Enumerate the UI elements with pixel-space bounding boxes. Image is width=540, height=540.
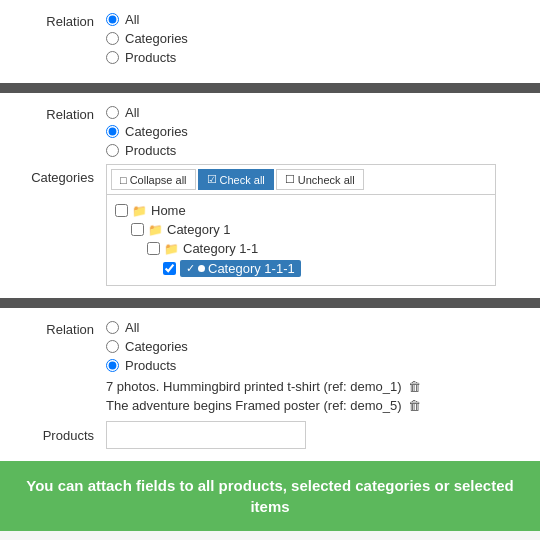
relation-option-all-1[interactable]: All bbox=[106, 12, 188, 27]
relation-radio-all-label-3[interactable]: All bbox=[125, 320, 139, 335]
relation-option-products-1[interactable]: Products bbox=[106, 50, 188, 65]
relation-section-1: Relation All Categories Products bbox=[0, 0, 540, 83]
relation-radio-categories-3[interactable] bbox=[106, 340, 119, 353]
tree-checkbox-home[interactable] bbox=[115, 204, 128, 217]
relation-row-1: Relation All Categories Products bbox=[16, 12, 524, 65]
relation-radio-products-label-3[interactable]: Products bbox=[125, 358, 176, 373]
relation-radio-group-1: All Categories Products bbox=[106, 12, 188, 65]
relation-option-products-3[interactable]: Products bbox=[106, 358, 188, 373]
products-input-label: Products bbox=[16, 428, 106, 443]
relation-radio-all-label-1[interactable]: All bbox=[125, 12, 139, 27]
relation-radio-all-1[interactable] bbox=[106, 13, 119, 26]
check-all-button[interactable]: ☑ Check all bbox=[198, 169, 274, 190]
relation-option-categories-3[interactable]: Categories bbox=[106, 339, 188, 354]
relation-radio-products-3[interactable] bbox=[106, 359, 119, 372]
categories-row: Categories □ Collapse all ☑ Check all ☐ … bbox=[16, 164, 524, 286]
delete-product-1-icon[interactable]: 🗑 bbox=[408, 379, 421, 394]
folder-icon-category1: 📁 bbox=[148, 223, 163, 237]
tree-checkbox-category1-1[interactable] bbox=[147, 242, 160, 255]
info-banner: You can attach fields to all products, s… bbox=[0, 461, 540, 531]
relation-radio-all-label-2[interactable]: All bbox=[125, 105, 139, 120]
relation-radio-categories-label-1[interactable]: Categories bbox=[125, 31, 188, 46]
relation-radio-group-2: All Categories Products bbox=[106, 105, 188, 158]
uncheck-all-label: Uncheck all bbox=[298, 174, 355, 186]
relation-option-categories-2[interactable]: Categories bbox=[106, 124, 188, 139]
relation-section-3: Relation All Categories Products 7 photo… bbox=[0, 308, 540, 461]
categories-box: □ Collapse all ☑ Check all ☐ Uncheck all… bbox=[106, 164, 496, 286]
uncheck-icon: ☐ bbox=[285, 173, 295, 186]
relation-radio-products-2[interactable] bbox=[106, 144, 119, 157]
selected-check-icon: ✓ bbox=[186, 262, 195, 275]
divider-1 bbox=[0, 83, 540, 93]
folder-icon-home: 📁 bbox=[132, 204, 147, 218]
product-item-2-text: The adventure begins Framed poster (ref:… bbox=[106, 398, 402, 413]
collapse-all-button[interactable]: □ Collapse all bbox=[111, 169, 196, 190]
relation-option-categories-1[interactable]: Categories bbox=[106, 31, 188, 46]
relation-radio-products-1[interactable] bbox=[106, 51, 119, 64]
tree-item-home: 📁 Home bbox=[115, 201, 487, 220]
relation-section-2: Relation All Categories Products Categor… bbox=[0, 93, 540, 298]
products-list: 7 photos. Hummingbird printed t-shirt (r… bbox=[106, 379, 524, 413]
relation-radio-all-2[interactable] bbox=[106, 106, 119, 119]
relation-row-2: Relation All Categories Products bbox=[16, 105, 524, 158]
relation-radio-categories-2[interactable] bbox=[106, 125, 119, 138]
tree-item-category1-1: 📁 Category 1-1 bbox=[147, 239, 487, 258]
relation-radio-categories-label-3[interactable]: Categories bbox=[125, 339, 188, 354]
categories-tree: 📁 Home 📁 Category 1 📁 Category 1-1 bbox=[107, 195, 495, 285]
uncheck-all-button[interactable]: ☐ Uncheck all bbox=[276, 169, 364, 190]
collapse-all-label: Collapse all bbox=[130, 174, 187, 186]
info-banner-text: You can attach fields to all products, s… bbox=[26, 477, 513, 515]
relation-radio-group-3: All Categories Products bbox=[106, 320, 188, 373]
tree-checkbox-category1-1-1[interactable] bbox=[163, 262, 176, 275]
relation-option-all-2[interactable]: All bbox=[106, 105, 188, 120]
check-icon: ☑ bbox=[207, 173, 217, 186]
collapse-icon: □ bbox=[120, 174, 127, 186]
tree-label-category1-1-1: Category 1-1-1 bbox=[208, 261, 295, 276]
product-item-1-text: 7 photos. Hummingbird printed t-shirt (r… bbox=[106, 379, 402, 394]
relation-radio-products-label-1[interactable]: Products bbox=[125, 50, 176, 65]
tree-label-home: Home bbox=[151, 203, 186, 218]
folder-icon-category1-1: 📁 bbox=[164, 242, 179, 256]
tree-item-category1: 📁 Category 1 bbox=[131, 220, 487, 239]
tree-label-category1-1: Category 1-1 bbox=[183, 241, 258, 256]
relation-radio-products-label-2[interactable]: Products bbox=[125, 143, 176, 158]
delete-product-2-icon[interactable]: 🗑 bbox=[408, 398, 421, 413]
dot-indicator bbox=[198, 265, 205, 272]
tree-label-category1: Category 1 bbox=[167, 222, 231, 237]
products-search-input[interactable] bbox=[106, 421, 306, 449]
tree-checkbox-category1[interactable] bbox=[131, 223, 144, 236]
relation-radio-categories-1[interactable] bbox=[106, 32, 119, 45]
relation-label-1: Relation bbox=[16, 12, 106, 29]
categories-toolbar: □ Collapse all ☑ Check all ☐ Uncheck all bbox=[107, 165, 495, 195]
tree-item-category1-1-1: ✓ Category 1-1-1 bbox=[163, 258, 487, 279]
categories-label: Categories bbox=[16, 164, 106, 185]
relation-label-2: Relation bbox=[16, 105, 106, 122]
check-all-label: Check all bbox=[220, 174, 265, 186]
product-item-2: The adventure begins Framed poster (ref:… bbox=[106, 398, 524, 413]
relation-row-3: Relation All Categories Products bbox=[16, 320, 524, 373]
divider-2 bbox=[0, 298, 540, 308]
relation-radio-categories-label-2[interactable]: Categories bbox=[125, 124, 188, 139]
relation-radio-all-3[interactable] bbox=[106, 321, 119, 334]
relation-option-all-3[interactable]: All bbox=[106, 320, 188, 335]
product-item-1: 7 photos. Hummingbird printed t-shirt (r… bbox=[106, 379, 524, 394]
products-input-row: Products bbox=[16, 421, 524, 449]
relation-label-3: Relation bbox=[16, 320, 106, 337]
relation-option-products-2[interactable]: Products bbox=[106, 143, 188, 158]
